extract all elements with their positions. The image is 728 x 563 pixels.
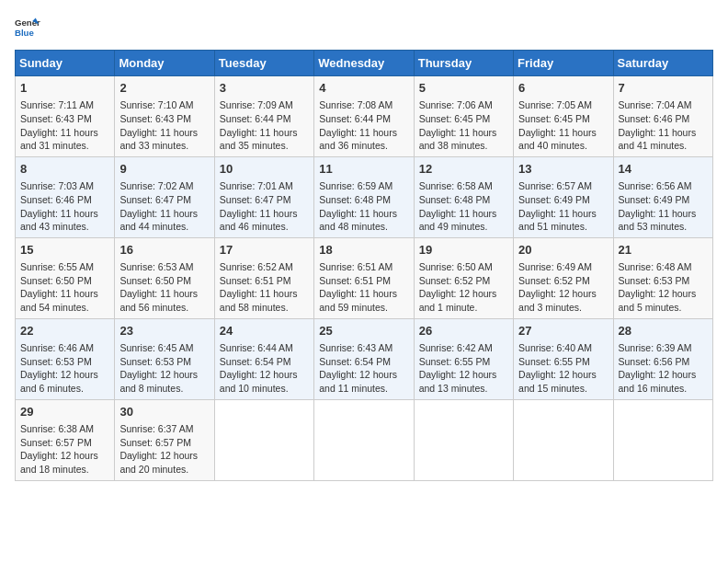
day-number: 13 (518, 161, 608, 178)
day-header-tuesday: Tuesday (214, 51, 313, 76)
calendar-cell: 16Sunrise: 6:53 AMSunset: 6:50 PMDayligh… (115, 237, 214, 318)
day-number: 11 (319, 161, 408, 178)
calendar-cell: 15Sunrise: 6:55 AMSunset: 6:50 PMDayligh… (16, 237, 115, 318)
day-info: Sunrise: 7:06 AM (419, 98, 508, 112)
day-info: Sunset: 6:55 PM (419, 355, 508, 369)
day-info: Sunset: 6:51 PM (220, 274, 309, 288)
day-info: Sunrise: 6:45 AM (119, 341, 209, 355)
day-info: Daylight: 11 hours (518, 126, 608, 140)
calendar-cell: 20Sunrise: 6:49 AMSunset: 6:52 PMDayligh… (514, 237, 613, 318)
day-info: and 15 minutes. (518, 382, 608, 396)
page-header: General Blue (15, 15, 713, 40)
day-info: Sunset: 6:46 PM (619, 112, 708, 126)
day-info: Sunrise: 7:11 AM (20, 98, 109, 112)
calendar-cell (314, 399, 414, 480)
week-row-3: 15Sunrise: 6:55 AMSunset: 6:50 PMDayligh… (16, 237, 713, 318)
calendar-cell: 23Sunrise: 6:45 AMSunset: 6:53 PMDayligh… (115, 318, 214, 399)
calendar-cell: 18Sunrise: 6:51 AMSunset: 6:51 PMDayligh… (314, 237, 414, 318)
day-info: and 10 minutes. (220, 382, 309, 396)
day-info: and 44 minutes. (119, 220, 209, 234)
day-info: Sunset: 6:47 PM (220, 193, 309, 207)
day-info: Sunrise: 6:57 AM (518, 179, 608, 193)
calendar-cell: 14Sunrise: 6:56 AMSunset: 6:49 PMDayligh… (613, 156, 712, 237)
day-number: 8 (20, 161, 109, 178)
day-info: and 49 minutes. (419, 220, 508, 234)
day-info: Sunrise: 6:59 AM (319, 179, 408, 193)
day-info: Sunrise: 6:40 AM (518, 341, 608, 355)
calendar-cell: 8Sunrise: 7:03 AMSunset: 6:46 PMDaylight… (16, 156, 115, 237)
day-number: 1 (20, 80, 109, 97)
day-info: Sunrise: 6:46 AM (20, 341, 109, 355)
day-info: Daylight: 11 hours (220, 287, 309, 301)
day-number: 30 (119, 404, 209, 420)
day-info: Daylight: 11 hours (619, 207, 708, 221)
calendar-cell (414, 399, 513, 480)
day-info: Daylight: 12 hours (518, 368, 608, 382)
day-number: 15 (20, 242, 109, 259)
calendar-cell: 6Sunrise: 7:05 AMSunset: 6:45 PMDaylight… (514, 76, 613, 157)
day-info: Sunrise: 6:53 AM (119, 260, 209, 274)
day-number: 22 (20, 323, 109, 339)
day-info: Daylight: 12 hours (419, 287, 508, 301)
day-info: Daylight: 12 hours (220, 368, 309, 382)
week-row-4: 22Sunrise: 6:46 AMSunset: 6:53 PMDayligh… (16, 318, 713, 399)
day-info: Daylight: 11 hours (220, 126, 309, 140)
day-info: Daylight: 12 hours (20, 368, 109, 382)
calendar-cell (214, 399, 313, 480)
day-number: 4 (319, 80, 408, 97)
calendar-cell (613, 399, 712, 480)
day-info: and 33 minutes. (119, 139, 209, 153)
day-info: Sunset: 6:57 PM (20, 436, 109, 450)
day-info: Sunset: 6:52 PM (419, 274, 508, 288)
day-info: and 59 minutes. (319, 301, 408, 315)
day-info: Daylight: 11 hours (20, 207, 109, 221)
day-info: Sunset: 6:55 PM (518, 355, 608, 369)
day-info: Daylight: 12 hours (319, 368, 408, 382)
calendar-cell: 22Sunrise: 6:46 AMSunset: 6:53 PMDayligh… (16, 318, 115, 399)
day-info: Sunset: 6:52 PM (518, 274, 608, 288)
day-info: Sunrise: 6:50 AM (419, 260, 508, 274)
day-number: 12 (419, 161, 508, 178)
day-number: 3 (220, 80, 309, 97)
day-info: Sunrise: 6:37 AM (119, 422, 209, 436)
logo-icon: General Blue (15, 15, 40, 40)
week-row-2: 8Sunrise: 7:03 AMSunset: 6:46 PMDaylight… (16, 156, 713, 237)
day-info: Sunset: 6:43 PM (119, 112, 209, 126)
day-info: Sunset: 6:48 PM (419, 193, 508, 207)
day-info: Daylight: 11 hours (20, 126, 109, 140)
day-header-sunday: Sunday (16, 51, 115, 76)
day-number: 27 (518, 323, 608, 339)
calendar-cell: 9Sunrise: 7:02 AMSunset: 6:47 PMDaylight… (115, 156, 214, 237)
day-info: Sunset: 6:53 PM (20, 355, 109, 369)
day-info: Daylight: 12 hours (20, 449, 109, 463)
day-info: and 56 minutes. (119, 301, 209, 315)
day-info: Sunrise: 7:09 AM (220, 98, 309, 112)
day-number: 10 (220, 161, 309, 178)
day-info: Sunrise: 7:08 AM (319, 98, 408, 112)
day-info: Daylight: 11 hours (319, 207, 408, 221)
day-info: Sunset: 6:44 PM (319, 112, 408, 126)
day-info: Daylight: 12 hours (518, 287, 608, 301)
day-info: Daylight: 11 hours (619, 126, 708, 140)
day-info: and 41 minutes. (619, 139, 708, 153)
calendar-cell: 29Sunrise: 6:38 AMSunset: 6:57 PMDayligh… (16, 399, 115, 480)
day-info: and 48 minutes. (319, 220, 408, 234)
calendar-header: SundayMondayTuesdayWednesdayThursdayFrid… (16, 51, 713, 76)
day-info: and 51 minutes. (518, 220, 608, 234)
day-info: and 6 minutes. (20, 382, 109, 396)
calendar-cell: 25Sunrise: 6:43 AMSunset: 6:54 PMDayligh… (314, 318, 414, 399)
day-info: and 11 minutes. (319, 382, 408, 396)
calendar-cell: 2Sunrise: 7:10 AMSunset: 6:43 PMDaylight… (115, 76, 214, 157)
calendar-cell: 28Sunrise: 6:39 AMSunset: 6:56 PMDayligh… (613, 318, 712, 399)
day-info: and 5 minutes. (619, 301, 708, 315)
calendar-cell: 24Sunrise: 6:44 AMSunset: 6:54 PMDayligh… (214, 318, 313, 399)
calendar-cell: 1Sunrise: 7:11 AMSunset: 6:43 PMDaylight… (16, 76, 115, 157)
day-info: Sunset: 6:46 PM (20, 193, 109, 207)
day-info: Sunset: 6:54 PM (319, 355, 408, 369)
day-info: Daylight: 12 hours (119, 368, 209, 382)
day-info: and 38 minutes. (419, 139, 508, 153)
day-info: Sunrise: 6:51 AM (319, 260, 408, 274)
logo: General Blue (15, 15, 44, 40)
day-info: and 35 minutes. (220, 139, 309, 153)
day-info: Daylight: 12 hours (619, 287, 708, 301)
